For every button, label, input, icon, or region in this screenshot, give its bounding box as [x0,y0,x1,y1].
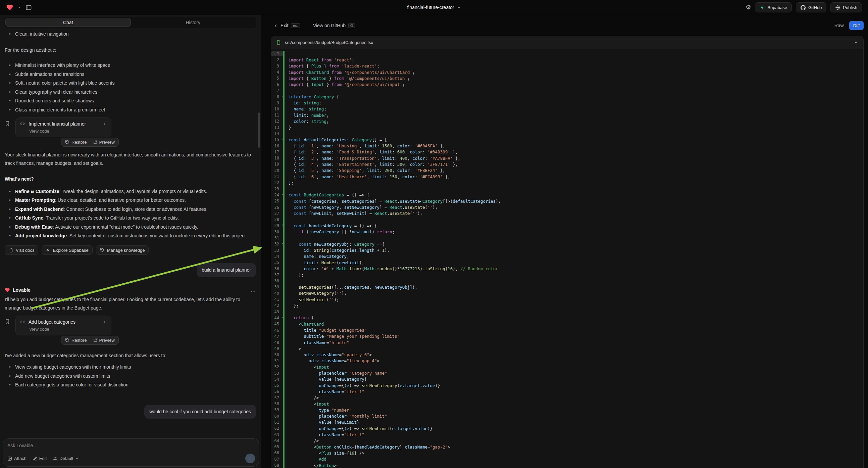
line-number: 25 [271,199,283,203]
chat-input[interactable] [7,443,254,448]
code-line: 15▾const defaultCategories: Category[] =… [271,137,863,143]
bookmark-icon[interactable] [5,121,10,137]
line-number: 49 [271,346,283,351]
bookmark-icon[interactable] [5,319,10,335]
line-number: 57 [271,396,283,400]
line-number: 15▾ [271,137,283,142]
code-line: 37 }; [271,272,863,278]
lovable-logo-icon[interactable] [6,4,13,11]
preview-button[interactable]: Preview [90,140,118,145]
collapse-chevron-up-icon[interactable] [854,40,858,45]
line-number: 21 [271,174,283,179]
fold-chevron-icon[interactable]: ▾ [281,94,283,98]
code-line: 30 if (!newCategory || !newLimit) return… [271,229,863,235]
fold-chevron-icon[interactable]: ▾ [281,316,283,319]
chat-scrollbar-thumb[interactable] [258,113,260,148]
attach-button[interactable]: Attach [7,456,27,461]
code-text: onChange={(e) => setNewCategory(e.target… [284,383,440,388]
fold-chevron-icon[interactable]: ▾ [281,193,283,196]
fold-chevron-icon[interactable]: ▾ [281,242,283,245]
line-number: 19 [271,162,283,167]
line-number: 61 [271,420,283,425]
code-text: className="h-auto" [284,340,349,345]
code-text: const [newCategory, setNewCategory] = Re… [284,205,437,210]
view-code-link[interactable]: View code [29,128,107,134]
tab-chat[interactable]: Chat [5,18,131,27]
tool-card-add-budget-categories[interactable]: Add budget categories View code [16,316,112,335]
code-text: const newCategoryObj: Category = { [284,242,384,247]
list-item: GitHub Sync: Transfer your project's cod… [5,214,256,222]
github-button[interactable]: GitHub [796,2,827,12]
supabase-icon [760,5,765,10]
list-item: Clean, intuitive navigation [5,31,256,38]
line-number: 36 [271,267,283,271]
code-text: { id: '3', name: 'Transportation', limit… [284,156,460,161]
code-text: import { Button } from '@/components/ui/… [284,76,410,81]
code-card: src/components/budget/BudgetCategories.t… [271,36,864,468]
tool-card-implement-financial-planner[interactable]: Implement financial planner View code [16,117,112,137]
model-selector[interactable]: Default [53,456,79,461]
message-menu-ellipsis[interactable]: … [251,287,256,293]
code-line: 1 [271,51,863,57]
code-text: { id: '4', name: 'Entertainment', limit:… [284,162,458,167]
code-text: placeholder="Monthly limit" [284,414,387,419]
sidebar-toggle-icon[interactable] [26,4,32,11]
line-number: 34 [271,254,283,259]
send-button[interactable]: ↑ [245,454,255,463]
line-number: 26 [271,205,283,210]
edit-mode-button[interactable]: Edit [33,456,46,461]
settings-gear-icon[interactable]: ⚙ [746,4,751,11]
user-message: would be cool if you could add budget ca… [144,405,256,419]
fold-chevron-icon[interactable]: ▾ [281,137,283,141]
diff-added-indicator [283,309,284,315]
line-number: 38 [271,279,283,283]
fold-chevron-icon[interactable]: ▾ [281,223,283,227]
manage-knowledge-button[interactable]: Manage knowledge [96,245,149,255]
line-number: 33 [271,248,283,253]
exit-button[interactable]: Exit esc [274,23,300,28]
code-line: 12 color: string; [271,118,863,124]
project-menu[interactable]: financial-future-creator [407,5,461,10]
code-line: 14 [271,130,863,137]
visit-docs-button[interactable]: Visit docs [5,245,38,255]
code-line: 48 className="h-auto" [271,340,863,346]
preview-button[interactable]: Preview [90,338,118,343]
view-code-link[interactable]: View code [29,327,107,332]
code-line: 35 limit: Number(newLimit), [271,260,863,266]
explore-supabase-button[interactable]: Explore Supabase [41,245,92,255]
chevron-down-icon[interactable] [18,5,22,9]
line-number: 55 [271,383,283,388]
code-line: 55 onChange={(e) => setNewCategory(e.tar… [271,382,863,388]
sliders-icon [53,456,57,461]
code-line: 6import { Input } from '@/components/ui/… [271,81,863,87]
code-line: 33 id: String(categories.length + 1), [271,247,863,254]
code-line: 39 setCategories([...categories, newCate… [271,284,863,290]
code-line: 4import ChartCard from '@/components/ui/… [271,69,863,75]
diff-toggle[interactable]: Diff [849,21,864,30]
publish-button[interactable]: Publish [830,2,862,12]
code-text: <div className="flex gap-4"> [284,358,379,363]
code-text: if (!newCategory || !newLimit) return; [284,229,395,234]
restore-button[interactable]: Restore [62,338,90,343]
code-line: 34 name: newCategory, [271,254,863,260]
tab-history[interactable]: History [131,18,256,27]
view-on-github-button[interactable]: View on GitHub G [313,23,355,28]
chevron-right-icon [102,121,107,126]
supabase-button[interactable]: Supabase [755,2,792,12]
lovable-heart-icon [5,287,10,293]
code-text: name: string; [284,107,327,112]
line-number: 68 [271,463,283,468]
line-number: 59 [271,408,283,412]
code-text: } [284,125,291,130]
raw-toggle[interactable]: Raw [834,23,844,28]
chevron-right-icon [102,320,107,324]
code-line: 3import { Plus } from 'lucide-react'; [271,63,863,69]
line-number: 14 [271,131,283,136]
code-text: > [284,346,301,351]
external-link-icon [93,338,97,343]
restore-button[interactable]: Restore [62,140,90,145]
composer: Attach Edit Default ↑ [3,438,259,467]
line-number: 22 [271,180,283,185]
code-text: type="number" [284,408,352,413]
list-item: Rounded corners and subtle shadows [5,97,256,105]
